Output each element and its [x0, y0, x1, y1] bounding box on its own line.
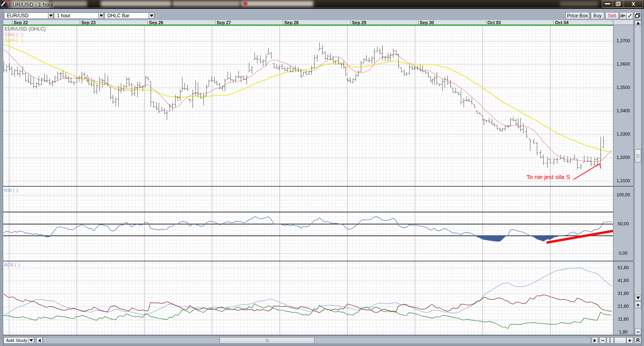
- svg-text:EUR/USD (OHLC): EUR/USD (OHLC): [4, 26, 46, 32]
- svg-text:ADX ( ): ADX ( ): [4, 262, 20, 267]
- svg-text:SMA ( ): SMA ( ): [4, 32, 23, 37]
- svg-text:To nie jest sila S: To nie jest sila S: [526, 173, 570, 180]
- svg-text:SMA ( ): SMA ( ): [4, 37, 23, 43]
- svg-text:RSI ( ): RSI ( ): [4, 188, 18, 193]
